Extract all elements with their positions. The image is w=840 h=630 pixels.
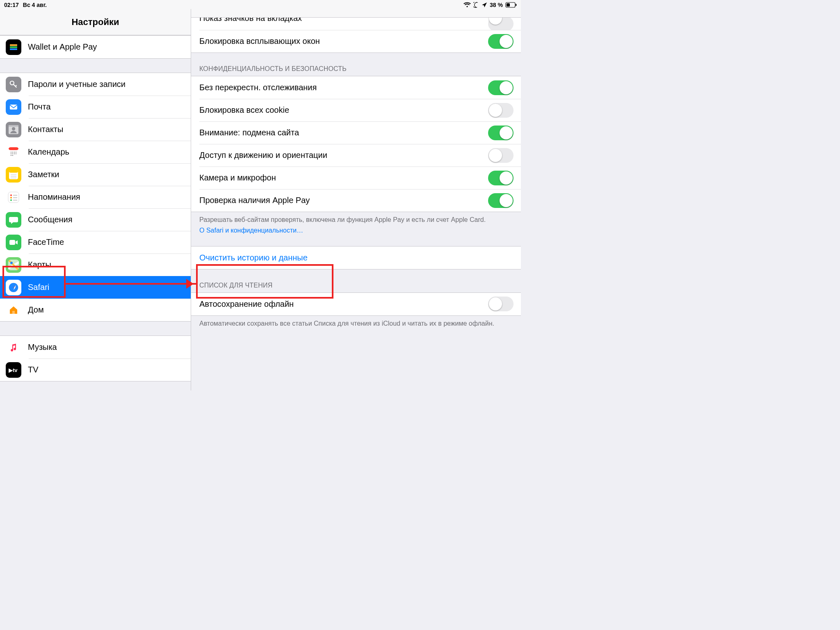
sidebar-item-label: Пароли и учетные записи: [28, 80, 126, 89]
contacts-icon: [6, 122, 21, 137]
toggle-row[interactable]: Без перекрестн. отслеживания: [191, 76, 521, 99]
section-footer-reading: Автоматически сохранять все статьи Списк…: [191, 316, 521, 328]
toggle-row[interactable]: Камера и микрофон: [191, 167, 521, 189]
toggle-row[interactable]: Показ значков на вкладках: [191, 18, 521, 30]
svg-rect-24: [9, 170, 18, 173]
switch[interactable]: [488, 171, 514, 185]
sidebar-item-calendar[interactable]: Календарь: [0, 141, 191, 163]
status-date: Вс 4 авг.: [23, 2, 47, 8]
sidebar-item-label: Напоминания: [28, 192, 80, 202]
svg-point-9: [12, 127, 15, 130]
svg-rect-10: [9, 125, 18, 127]
sidebar-item-label: Заметки: [28, 170, 59, 179]
svg-point-30: [10, 197, 12, 199]
toggle-label: Без перекрестн. отслеживания: [199, 83, 317, 92]
switch[interactable]: [488, 148, 514, 163]
detail-pane: Safari Показ значков на вкладкахБлокиров…: [191, 9, 521, 390]
sidebar-item-label: Wallet и Apple Pay: [28, 42, 97, 52]
svg-point-19: [14, 153, 15, 154]
sidebar-item-label: Дом: [28, 305, 44, 315]
sidebar-item-label: Сообщения: [28, 215, 73, 224]
music-icon: [6, 340, 21, 355]
switch-autosave-offline[interactable]: [488, 297, 514, 311]
section-header-reading: СПИСОК ДЛЯ ЧТЕНИЯ: [191, 269, 521, 292]
clear-history-label: Очистить историю и данные: [199, 253, 308, 262]
privacy-link[interactable]: О Safari и конфиденциальности…: [199, 226, 303, 235]
svg-point-15: [14, 152, 15, 153]
svg-rect-41: [9, 342, 18, 352]
toggle-row[interactable]: Внимание: подмена сайта: [191, 121, 521, 144]
toggle-label: Блокировка всплывающих окон: [199, 37, 320, 46]
svg-rect-4: [10, 46, 17, 48]
location-icon: [482, 2, 487, 8]
dnd-moon-icon: [473, 2, 479, 8]
svg-point-31: [10, 199, 12, 201]
toggle-label: Блокировка всех cookie: [199, 105, 289, 115]
svg-rect-7: [10, 105, 17, 110]
svg-point-14: [12, 152, 13, 153]
switch[interactable]: [488, 18, 514, 30]
sidebar-item-facetime[interactable]: FaceTime: [0, 231, 191, 253]
switch[interactable]: [488, 193, 514, 208]
safari-icon: [6, 280, 21, 295]
toggle-row[interactable]: Блокировка всех cookie: [191, 99, 521, 121]
toggle-row[interactable]: Проверка наличия Apple Pay: [191, 189, 521, 212]
sidebar-item-tv[interactable]: ▶tvTV: [0, 358, 191, 381]
toggle-row[interactable]: Блокировка всплывающих окон: [191, 30, 521, 52]
sidebar-item-messages[interactable]: Сообщения: [0, 208, 191, 231]
clear-history-button[interactable]: Очистить историю и данные: [191, 247, 521, 269]
calendar-icon: [6, 144, 21, 160]
sidebar-item-maps[interactable]: Карты: [0, 253, 191, 276]
toggle-label: Показ значков на вкладках: [199, 18, 302, 23]
home-icon: [6, 302, 21, 318]
key-icon: [6, 77, 21, 92]
svg-point-20: [16, 153, 16, 154]
switch[interactable]: [488, 80, 514, 95]
switch[interactable]: [488, 126, 514, 140]
sidebar-item-key[interactable]: Пароли и учетные записи: [0, 73, 191, 96]
messages-icon: [6, 212, 21, 228]
svg-rect-5: [10, 48, 17, 50]
section-footer-privacy: Разрешать веб-сайтам проверять, включена…: [191, 212, 521, 235]
svg-rect-40: [12, 311, 15, 314]
sidebar-item-wallet[interactable]: Wallet и Apple Pay: [0, 36, 191, 58]
battery-percent: 38 %: [490, 2, 503, 8]
sidebar-item-label: Safari: [28, 283, 49, 292]
sidebar-item-label: Контакты: [28, 125, 63, 134]
sidebar-item-label: TV: [28, 365, 39, 374]
svg-point-17: [11, 153, 11, 154]
svg-rect-3: [10, 44, 17, 46]
wallet-icon: [6, 39, 21, 55]
toggle-label: Доступ к движению и ориентации: [199, 151, 327, 160]
section-header-privacy: КОНФИДЕНЦИАЛЬНОСТЬ И БЕЗОПАСНОСТЬ: [191, 53, 521, 76]
toggle-label: Проверка наличия Apple Pay: [199, 196, 310, 205]
svg-rect-2: [516, 4, 516, 6]
sidebar-item-label: Почта: [28, 102, 51, 112]
svg-point-13: [11, 152, 11, 153]
switch[interactable]: [488, 34, 514, 49]
maps-icon: [6, 257, 21, 273]
svg-rect-35: [9, 240, 15, 245]
reminders-icon: [6, 189, 21, 205]
toggle-row[interactable]: Доступ к движению и ориентации: [191, 144, 521, 167]
settings-sidebar: Настройки Wallet и Apple Pay Пароли и уч…: [0, 9, 191, 390]
sidebar-item-label: Календарь: [28, 147, 69, 157]
toggle-label: Камера и микрофон: [199, 173, 276, 183]
sidebar-item-mail[interactable]: Почта: [0, 96, 191, 118]
mail-icon: [6, 99, 21, 115]
sidebar-item-music[interactable]: Музыка: [0, 336, 191, 358]
sidebar-item-notes[interactable]: Заметки: [0, 163, 191, 186]
svg-point-37: [10, 262, 13, 264]
sidebar-item-reminders[interactable]: Напоминания: [0, 186, 191, 208]
svg-rect-1: [507, 3, 510, 7]
toggle-row-autosave-offline[interactable]: Автосохранение офлайн: [191, 293, 521, 315]
svg-rect-12: [9, 147, 18, 150]
svg-point-21: [11, 155, 11, 156]
switch[interactable]: [488, 103, 514, 118]
sidebar-item-safari[interactable]: Safari: [0, 276, 191, 299]
svg-point-16: [16, 152, 16, 153]
sidebar-item-home[interactable]: Дом: [0, 299, 191, 321]
sidebar-item-contacts[interactable]: Контакты: [0, 118, 191, 141]
toggle-label: Внимание: подмена сайта: [199, 128, 299, 137]
sidebar-item-label: Карты: [28, 260, 51, 269]
